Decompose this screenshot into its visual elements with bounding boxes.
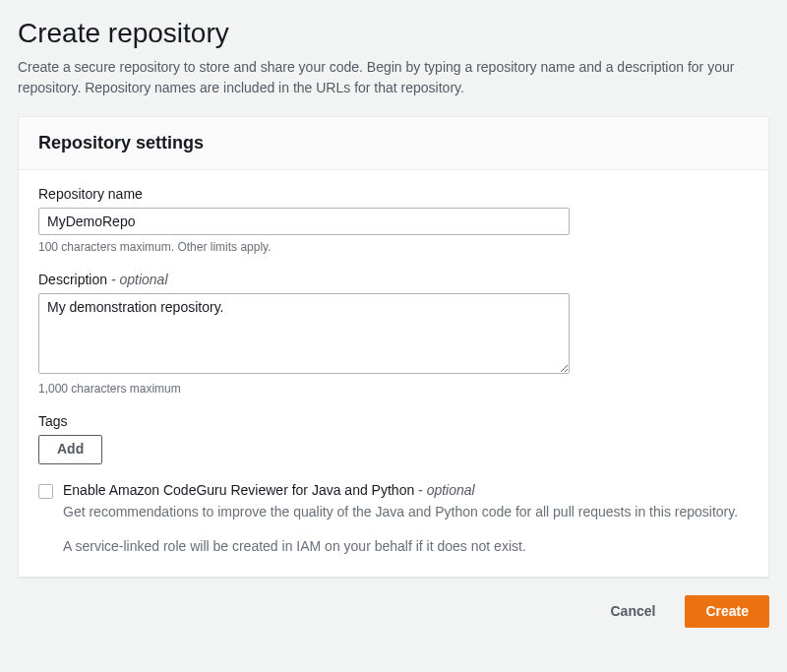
description-label: Description - optional (38, 272, 749, 287)
codeguru-checkbox[interactable] (38, 484, 53, 499)
codeguru-group: Enable Amazon CodeGuru Reviewer for Java… (38, 482, 749, 557)
tags-group: Tags Add (38, 413, 749, 464)
cancel-button[interactable]: Cancel (590, 596, 675, 628)
repo-name-group: Repository name 100 characters maximum. … (38, 186, 749, 254)
description-label-text: Description (38, 272, 107, 287)
description-group: Description - optional 1,000 characters … (38, 272, 749, 396)
repo-name-input[interactable] (38, 208, 570, 235)
codeguru-label-text: Enable Amazon CodeGuru Reviewer for Java… (63, 482, 414, 498)
add-tag-button[interactable]: Add (38, 435, 102, 464)
panel-body: Repository name 100 characters maximum. … (19, 170, 768, 577)
description-textarea[interactable] (38, 293, 570, 374)
tags-label: Tags (38, 413, 749, 429)
page-title: Create repository (18, 18, 769, 49)
codeguru-label: Enable Amazon CodeGuru Reviewer for Java… (63, 482, 749, 498)
create-button[interactable]: Create (685, 595, 769, 629)
codeguru-note: A service-linked role will be created in… (63, 536, 749, 557)
repo-name-hint: 100 characters maximum. Other limits app… (38, 240, 749, 254)
description-hint: 1,000 characters maximum (38, 382, 749, 396)
description-optional: - optional (107, 272, 167, 287)
codeguru-row: Enable Amazon CodeGuru Reviewer for Java… (38, 482, 749, 557)
repo-name-label: Repository name (38, 186, 749, 202)
codeguru-description: Get recommendations to improve the quali… (63, 502, 749, 522)
codeguru-content: Enable Amazon CodeGuru Reviewer for Java… (63, 482, 749, 557)
codeguru-optional: - optional (414, 482, 474, 498)
panel-heading: Repository settings (38, 133, 749, 153)
footer-actions: Cancel Create (18, 595, 769, 629)
panel-header: Repository settings (19, 117, 768, 170)
page-description: Create a secure repository to store and … (18, 57, 769, 98)
settings-panel: Repository settings Repository name 100 … (18, 116, 769, 578)
